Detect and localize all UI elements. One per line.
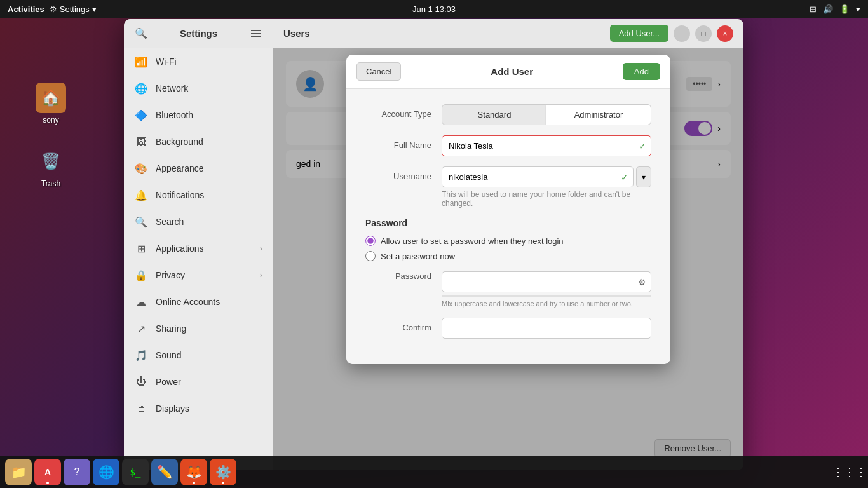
topbar-datetime: Jun 1 13:03 (412, 4, 456, 14)
settings-titlebar: 🔍 Settings Users Add User... – □ × (124, 19, 743, 48)
taskbar: 📁 A ? 🌐 $_ ✏️ 🦊 ⚙️ ⋮⋮⋮ (0, 456, 868, 488)
sidebar-item-label-displays: Displays (156, 403, 262, 414)
sidebar-item-appearance[interactable]: 🎨 Appearance (124, 155, 273, 182)
privacy-arrow-icon: › (260, 271, 262, 280)
taskbar-terminal-icon[interactable]: $_ (122, 459, 149, 485)
power-icon: ⏻ (134, 375, 148, 389)
taskbar-editor-icon[interactable]: ✏️ (151, 459, 178, 485)
password-gear-button[interactable]: ⚙ (638, 277, 646, 287)
full-name-input-wrap: ✓ (442, 135, 651, 156)
sidebar-item-label-power: Power (156, 377, 262, 387)
password-input[interactable] (442, 271, 651, 292)
topbar-settings-name: Settings (60, 4, 90, 14)
taskbar-dot-settings (222, 482, 224, 484)
topbar-volume-icon[interactable]: 🔊 (823, 4, 833, 14)
minimize-button[interactable]: – (674, 25, 690, 42)
help-icon: ? (74, 466, 80, 478)
topbar-power-arrow[interactable]: ▾ (856, 4, 860, 14)
sidebar-item-notifications[interactable]: 🔔 Notifications (124, 182, 273, 208)
confirm-row: Confirm (365, 318, 651, 339)
administrator-button[interactable]: Administrator (546, 105, 651, 125)
taskbar-files-icon[interactable]: 📁 (5, 459, 32, 485)
sidebar-item-label-appearance: Appearance (156, 163, 262, 173)
notifications-icon: 🔔 (134, 188, 148, 202)
password-field-wrap: ⚙ (442, 271, 651, 292)
settings-search-button[interactable]: 🔍 (132, 24, 151, 43)
desktop-icon-trash[interactable]: 🗑️ Trash (25, 146, 76, 188)
sidebar-item-search[interactable]: 🔍 Search (124, 208, 273, 235)
editor-icon: ✏️ (157, 464, 173, 480)
settings-task-icon: ⚙️ (215, 464, 231, 480)
grid-dots-icon: ⋮⋮⋮ (832, 465, 867, 479)
add-user-dialog: Cancel Add User Add Account Type Standar… (346, 55, 670, 364)
sidebar-item-network[interactable]: 🌐 Network (124, 75, 273, 102)
topbar-activities[interactable]: Activities (8, 4, 44, 14)
full-name-input[interactable] (442, 135, 651, 156)
dialog-title: Add User (401, 66, 622, 77)
username-control: ✓ ▾ This will be used to name your home … (442, 166, 651, 208)
dialog-add-button[interactable]: Add (623, 63, 660, 80)
sidebar-item-label-bluetooth: Bluetooth (156, 110, 262, 120)
taskbar-dot-firefox (193, 482, 195, 484)
full-name-row: Full Name ✓ (365, 135, 651, 156)
sidebar-item-wifi[interactable]: 📶 Wi-Fi (124, 48, 273, 75)
sidebar-item-privacy[interactable]: 🔒 Privacy › (124, 262, 273, 288)
standard-button[interactable]: Standard (442, 105, 546, 125)
maximize-button[interactable]: □ (695, 25, 712, 42)
password-section-title: Password (365, 218, 651, 228)
taskbar-settings-icon[interactable]: ⚙️ (210, 459, 236, 485)
confirm-label: Confirm (365, 318, 442, 332)
taskbar-appstore-icon[interactable]: A (34, 459, 61, 485)
dialog-cancel-button[interactable]: Cancel (356, 62, 401, 81)
confirm-input[interactable] (442, 318, 651, 339)
settings-menu-button[interactable] (247, 24, 266, 43)
taskbar-browser-icon[interactable]: 🌐 (93, 459, 119, 485)
dialog-content: Account Type Standard Administrator Full… (346, 89, 670, 364)
sidebar-item-bluetooth[interactable]: 🔷 Bluetooth (124, 102, 273, 128)
sidebar-item-label-applications: Applications (156, 243, 252, 254)
username-input[interactable] (442, 166, 634, 187)
sidebar-item-label-search: Search (156, 217, 262, 227)
sidebar-item-online-accounts[interactable]: ☁ Online Accounts (124, 288, 273, 315)
allow-set-password-label: Allow user to set a password when they n… (381, 236, 564, 246)
full-name-check-icon: ✓ (639, 141, 646, 151)
topbar-settings-menu[interactable]: ⚙ Settings ▾ (50, 4, 97, 14)
sidebar-item-background[interactable]: 🖼 Background (124, 128, 273, 155)
sidebar-item-label-sound: Sound (156, 350, 262, 360)
sidebar-item-displays[interactable]: 🖥 Displays (124, 395, 273, 422)
desktop-icon-sony-label: sony (43, 116, 58, 125)
appearance-icon: 🎨 (134, 161, 148, 175)
sidebar-item-sharing[interactable]: ↗ Sharing (124, 315, 273, 342)
topbar: Activities ⚙ Settings ▾ Jun 1 13:03 ⊞ 🔊 … (0, 0, 868, 18)
taskbar-firefox-icon[interactable]: 🦊 (180, 459, 207, 485)
wifi-icon: 📶 (134, 55, 148, 69)
taskbar-help-icon[interactable]: ? (64, 459, 90, 485)
allow-set-password-option: Allow user to set a password when they n… (365, 236, 651, 246)
add-user-button[interactable]: Add User... (610, 25, 668, 42)
username-dropdown-button[interactable]: ▾ (636, 166, 651, 187)
files-icon: 📁 (11, 464, 27, 480)
allow-set-password-radio[interactable] (365, 236, 376, 246)
topbar-battery-icon[interactable]: 🔋 (839, 4, 850, 14)
sidebar-item-label-sharing: Sharing (156, 323, 262, 334)
online-accounts-icon: ☁ (134, 295, 148, 309)
sidebar-item-power[interactable]: ⏻ Power (124, 369, 273, 395)
modal-overlay: Cancel Add User Add Account Type Standar… (273, 48, 743, 470)
username-row: Username ✓ ▾ This will be used to name (365, 166, 651, 208)
confirm-control (442, 318, 651, 339)
topbar-network-icon: ⊞ (810, 4, 817, 14)
sidebar-item-label-network: Network (156, 83, 262, 93)
privacy-icon: 🔒 (134, 268, 148, 282)
sidebar-item-label-background: Background (156, 137, 262, 147)
sidebar-item-applications[interactable]: ⊞ Applications › (124, 235, 273, 262)
desktop-icon-sony[interactable]: 🏠 sony (25, 83, 76, 125)
taskbar-grid-icon[interactable]: ⋮⋮⋮ (836, 459, 863, 485)
account-type-row: Account Type Standard Administrator (365, 104, 651, 125)
close-button[interactable]: × (717, 25, 733, 42)
sidebar-item-sound[interactable]: 🎵 Sound (124, 342, 273, 369)
set-password-now-radio[interactable] (365, 251, 376, 261)
full-name-label: Full Name (365, 135, 442, 150)
password-control: ⚙ Mix uppercase and lowercase and try to… (442, 266, 651, 308)
settings-main: 👤 ••••• › › ge (273, 48, 743, 470)
password-section: Password Allow user to set a password wh… (365, 218, 651, 339)
